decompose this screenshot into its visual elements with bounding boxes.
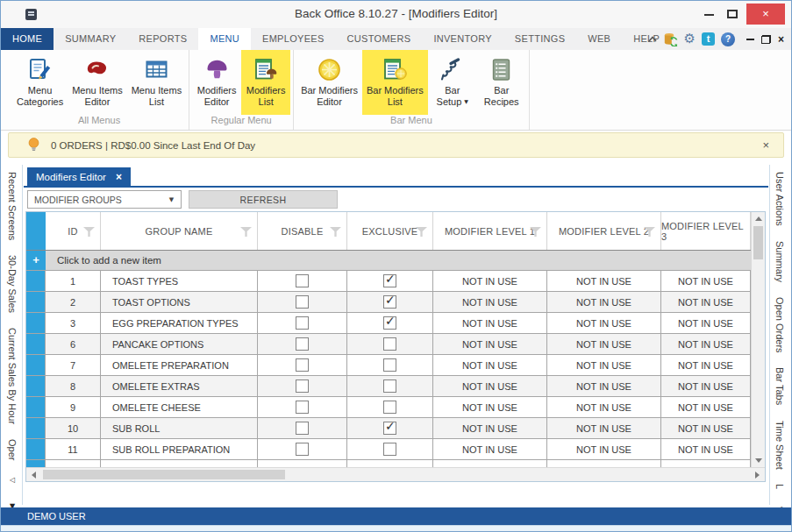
- vertical-scroll-thumb[interactable]: [753, 226, 763, 259]
- cell-modifier-level2[interactable]: NOT IN USE: [547, 439, 661, 459]
- panel-tab-time-sheet[interactable]: Time Sheet: [774, 421, 785, 470]
- column-header-id[interactable]: ID: [46, 212, 101, 250]
- row-indicator-cell[interactable]: [26, 376, 46, 396]
- help-icon[interactable]: [721, 32, 735, 46]
- mdi-minimize-icon[interactable]: [746, 39, 754, 40]
- cell-modifier-level2[interactable]: NOT IN USE: [547, 397, 661, 417]
- cell-modifier-level3[interactable]: NOT IN USE: [661, 376, 751, 396]
- cell-group-name[interactable]: TOAST OPTIONS: [101, 292, 258, 312]
- disable-checkbox[interactable]: [296, 295, 309, 309]
- modifier-groups-dropdown[interactable]: MODIFIER GROUPS: [27, 190, 182, 209]
- menu-tab-inventory[interactable]: INVENTORY: [422, 28, 503, 50]
- add-row-plus-icon[interactable]: [26, 251, 46, 270]
- ribbon-button-modifiers-list[interactable]: ModifiersList: [241, 50, 290, 115]
- cell-group-name[interactable]: PANCAKE OPTIONS: [101, 334, 258, 354]
- cell-id[interactable]: 10: [46, 418, 101, 438]
- cell-group-name[interactable]: OMELETE CHEESE: [101, 397, 258, 417]
- cell-modifier-level3[interactable]: NOT IN USE: [661, 292, 751, 312]
- cell-modifier-level1[interactable]: NOT IN USE: [433, 439, 547, 459]
- cell-modifier-level1[interactable]: NOT IN USE: [433, 271, 547, 291]
- column-header-modifier-level-3[interactable]: MODIFIER LEVEL 3: [661, 212, 751, 250]
- cell-modifier-level3[interactable]: NOT IN USE: [661, 271, 751, 291]
- row-indicator-cell[interactable]: [26, 292, 46, 312]
- scroll-down-icon[interactable]: [755, 458, 762, 463]
- scroll-right-icon[interactable]: [755, 472, 760, 479]
- filter-icon[interactable]: [240, 227, 252, 237]
- menu-tab-customers[interactable]: CUSTOMERS: [336, 28, 423, 50]
- tab-modifiers-editor[interactable]: Modifiers Editor: [27, 167, 131, 186]
- disable-checkbox[interactable]: [296, 401, 309, 414]
- cell-modifier-level2[interactable]: NOT IN USE: [547, 292, 661, 312]
- exclusive-checkbox[interactable]: [383, 337, 396, 351]
- cell-modifier-level1[interactable]: NOT IN USE: [433, 292, 547, 312]
- row-indicator-cell[interactable]: [26, 271, 46, 291]
- panel-tab-30-day-sales[interactable]: 30-Day Sales: [7, 255, 18, 313]
- exclusive-checkbox[interactable]: [383, 316, 396, 330]
- row-indicator-cell[interactable]: [26, 460, 46, 467]
- disable-checkbox[interactable]: [296, 358, 309, 372]
- cell-modifier-level2[interactable]: NOT IN USE: [547, 334, 661, 354]
- chevron-down-icon[interactable]: [162, 191, 181, 208]
- vertical-scrollbar[interactable]: [751, 212, 765, 467]
- row-indicator-cell[interactable]: [26, 334, 46, 354]
- column-header-modifier-level-1[interactable]: MODIFIER LEVEL 1: [433, 212, 547, 250]
- column-header-modifier-level-2[interactable]: MODIFIER LEVEL 2: [547, 212, 661, 250]
- row-indicator-cell[interactable]: [26, 355, 46, 375]
- panel-tab-recent-screens[interactable]: Recent Screens: [7, 172, 18, 240]
- ribbon-button-menu-items-list[interactable]: Menu ItemsList: [127, 50, 186, 115]
- disable-checkbox[interactable]: [296, 379, 309, 393]
- panel-tab-user-actions[interactable]: User Actions: [774, 172, 785, 226]
- collapse-ribbon-icon[interactable]: [648, 36, 657, 42]
- scroll-left-icon[interactable]: [32, 472, 36, 479]
- cell-modifier-level2[interactable]: NOT IN USE: [547, 376, 661, 396]
- menu-tab-employees[interactable]: EMPLOYEES: [251, 28, 336, 50]
- menu-tab-summary[interactable]: SUMMARY: [54, 28, 127, 50]
- close-button[interactable]: [746, 4, 785, 25]
- row-indicator-cell[interactable]: [26, 313, 46, 333]
- minimize-button[interactable]: [704, 14, 714, 16]
- ribbon-button-menu-categories[interactable]: MenuCategories: [12, 50, 68, 115]
- settings-gear-icon[interactable]: [684, 32, 696, 46]
- exclusive-checkbox[interactable]: [383, 401, 396, 414]
- cell-id[interactable]: 7: [46, 355, 101, 375]
- cell-group-name[interactable]: OMELETE EXTRAS: [101, 376, 258, 396]
- scroll-up-icon[interactable]: [755, 216, 762, 221]
- disable-checkbox[interactable]: [296, 443, 309, 456]
- ribbon-button-modifiers-editor[interactable]: ModifiersEditor: [192, 50, 241, 115]
- row-indicator-cell[interactable]: [26, 397, 46, 417]
- cell-modifier-level1[interactable]: NOT IN USE: [433, 334, 547, 354]
- rail-collapse-icon[interactable]: [10, 476, 15, 484]
- cell-modifier-level1[interactable]: NOT IN USE: [433, 376, 547, 396]
- refresh-button[interactable]: REFRESH: [189, 190, 338, 209]
- filter-icon[interactable]: [83, 227, 95, 237]
- tab-close-icon[interactable]: [116, 172, 122, 182]
- cell-group-name[interactable]: SUB ROLL PREPARATION: [101, 439, 258, 459]
- add-new-item-row[interactable]: Click to add a new item: [26, 251, 751, 271]
- exclusive-checkbox[interactable]: [383, 274, 396, 287]
- twitter-icon[interactable]: [702, 32, 715, 46]
- row-indicator-cell[interactable]: [26, 418, 46, 438]
- exclusive-checkbox[interactable]: [383, 358, 396, 372]
- notification-close-icon[interactable]: [762, 138, 769, 152]
- cell-modifier-level2[interactable]: NOT IN USE: [547, 355, 661, 375]
- disable-checkbox[interactable]: [296, 337, 309, 351]
- row-indicator-cell[interactable]: [26, 439, 46, 459]
- mdi-close-icon[interactable]: [778, 34, 784, 45]
- cell-modifier-level3[interactable]: NOT IN USE: [661, 313, 751, 333]
- panel-tab-summary[interactable]: Summary: [774, 241, 785, 282]
- cell-modifier-level3[interactable]: NOT IN USE: [661, 397, 751, 417]
- cell-modifier-level1[interactable]: NOT IN USE: [433, 418, 547, 438]
- cell-group-name[interactable]: OMELETE PREPARATION: [101, 355, 258, 375]
- cell-modifier-level3[interactable]: NOT IN USE: [661, 334, 751, 354]
- mdi-restore-icon[interactable]: [761, 35, 771, 44]
- cell-id[interactable]: 9: [46, 397, 101, 417]
- menu-tab-home[interactable]: HOME: [1, 28, 54, 50]
- panel-tab-open-orders[interactable]: Open Orders: [774, 297, 785, 353]
- panel-tab-current-sales-by-hour[interactable]: Current Sales By Hour: [7, 328, 18, 424]
- disable-checkbox[interactable]: [296, 274, 309, 287]
- cell-id[interactable]: 1: [46, 271, 101, 291]
- cell-modifier-level3[interactable]: NOT IN USE: [661, 355, 751, 375]
- cell-modifier-level2[interactable]: NOT IN USE: [547, 418, 661, 438]
- panel-tab-oper[interactable]: Oper: [7, 439, 18, 460]
- exclusive-checkbox[interactable]: [383, 443, 396, 456]
